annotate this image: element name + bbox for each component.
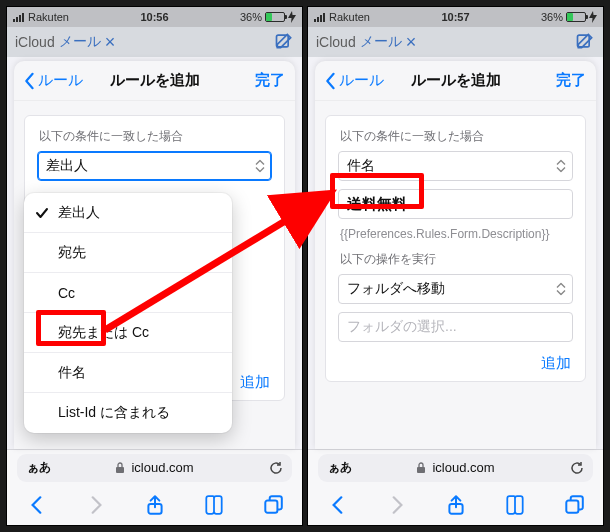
condition-dropdown: 差出人宛先Cc宛先または Cc件名List-Id に含まれる: [24, 193, 232, 433]
dropdown-item[interactable]: 宛先または Cc: [24, 313, 232, 353]
checkmark-icon: [34, 205, 50, 221]
battery-percent: 36%: [541, 11, 563, 23]
svg-rect-7: [566, 501, 578, 513]
bookmarks-icon[interactable]: [504, 494, 526, 516]
charging-icon: [288, 11, 296, 23]
url-field[interactable]: ぁあ icloud.com: [318, 454, 593, 482]
dropdown-item-label: 差出人: [58, 204, 100, 222]
action-select-value: フォルダへ移動: [347, 280, 445, 298]
rule-card: 以下の条件に一致した場合 件名 送料無料 {: [325, 115, 586, 382]
dropdown-item-label: 宛先または Cc: [58, 324, 149, 342]
action-section-label: 以下の操作を実行: [340, 251, 573, 268]
dropdown-item[interactable]: List-Id に含まれる: [24, 393, 232, 433]
rule-sheet: ルール ルールを追加 完了 以下の条件に一致した場合 件名: [315, 61, 596, 449]
chevron-left-icon: [22, 72, 36, 90]
app-title-part1: iCloud: [316, 34, 356, 50]
close-glyph[interactable]: ×: [406, 33, 417, 51]
signal-icon: [314, 13, 325, 22]
sheet-nav: ルール ルールを追加 完了: [315, 61, 596, 101]
add-condition-button[interactable]: 追加: [338, 350, 573, 373]
text-size-button[interactable]: ぁあ: [328, 459, 352, 476]
close-glyph[interactable]: ×: [105, 33, 116, 51]
dropdown-item-label: List-Id に含まれる: [58, 404, 170, 422]
nav-forward-icon: [85, 494, 107, 516]
rule-description: {{Preferences.Rules.Form.Description}}: [340, 227, 571, 241]
text-size-button[interactable]: ぁあ: [27, 459, 51, 476]
dropdown-item[interactable]: 宛先: [24, 233, 232, 273]
folder-select-input[interactable]: フォルダの選択...: [338, 312, 573, 342]
back-button[interactable]: ルール: [22, 61, 83, 100]
stepper-icon: [556, 160, 566, 173]
condition-select[interactable]: 差出人: [37, 151, 272, 181]
tabs-icon[interactable]: [262, 494, 284, 516]
condition-section-label: 以下の条件に一致した場合: [340, 128, 573, 145]
dropdown-item-label: 宛先: [58, 244, 86, 262]
sheet-nav: ルール ルールを追加 完了: [14, 61, 295, 101]
dropdown-item-label: 件名: [58, 364, 86, 382]
condition-section-label: 以下の条件に一致した場合: [39, 128, 272, 145]
lock-icon: [115, 462, 125, 474]
dropdown-item-label: Cc: [58, 285, 75, 301]
compose-icon[interactable]: [575, 31, 595, 54]
back-label: ルール: [339, 71, 384, 90]
condition-value-text: 送料無料: [347, 195, 407, 214]
condition-select-value: 件名: [347, 157, 375, 175]
condition-value-input[interactable]: 送料無料: [338, 189, 573, 219]
nav-forward-icon: [386, 494, 408, 516]
app-title-part2: メール: [360, 33, 402, 51]
condition-select-value: 差出人: [46, 157, 88, 175]
status-bar: Rakuten 10:56 36%: [7, 7, 302, 27]
clock: 10:56: [140, 11, 168, 23]
status-bar: Rakuten 10:57 36%: [308, 7, 603, 27]
nav-back-icon[interactable]: [26, 494, 48, 516]
battery-percent: 36%: [240, 11, 262, 23]
svg-rect-5: [417, 467, 425, 473]
svg-rect-1: [116, 467, 124, 473]
carrier-label: Rakuten: [329, 11, 370, 23]
reload-icon[interactable]: [569, 460, 585, 476]
phone-right: Rakuten 10:57 36% iCloud メール ×: [307, 6, 604, 526]
charging-icon: [589, 11, 597, 23]
back-label: ルール: [38, 71, 83, 90]
mail-header: iCloud メール ×: [308, 27, 603, 57]
done-button[interactable]: 完了: [556, 61, 586, 100]
reload-icon[interactable]: [268, 460, 284, 476]
chevron-left-icon: [323, 72, 337, 90]
back-button[interactable]: ルール: [323, 61, 384, 100]
folder-placeholder: フォルダの選択...: [347, 318, 457, 336]
dropdown-item[interactable]: 差出人: [24, 193, 232, 233]
stepper-icon: [255, 160, 265, 173]
share-icon[interactable]: [445, 494, 467, 516]
url-field[interactable]: ぁあ icloud.com: [17, 454, 292, 482]
share-icon[interactable]: [144, 494, 166, 516]
address-bar: ぁあ icloud.com: [7, 449, 302, 485]
lock-icon: [416, 462, 426, 474]
action-select[interactable]: フォルダへ移動: [338, 274, 573, 304]
phone-left: Rakuten 10:56 36% iCloud メール ×: [6, 6, 303, 526]
sheet-title: ルールを追加: [411, 71, 501, 90]
tabs-icon[interactable]: [563, 494, 585, 516]
app-title-part1: iCloud: [15, 34, 55, 50]
carrier-label: Rakuten: [28, 11, 69, 23]
nav-back-icon[interactable]: [327, 494, 349, 516]
url-domain: icloud.com: [432, 460, 494, 475]
svg-rect-3: [265, 501, 277, 513]
battery-icon: [265, 12, 285, 22]
condition-select[interactable]: 件名: [338, 151, 573, 181]
done-button[interactable]: 完了: [255, 61, 285, 100]
safari-toolbar: [7, 485, 302, 525]
dropdown-item[interactable]: Cc: [24, 273, 232, 313]
bookmarks-icon[interactable]: [203, 494, 225, 516]
url-domain: icloud.com: [131, 460, 193, 475]
rule-sheet: ルール ルールを追加 完了 以下の条件に一致した場合 差出人: [14, 61, 295, 449]
comparison-frame: Rakuten 10:56 36% iCloud メール ×: [0, 0, 610, 532]
sheet-title: ルールを追加: [110, 71, 200, 90]
safari-toolbar: [308, 485, 603, 525]
battery-icon: [566, 12, 586, 22]
compose-icon[interactable]: [274, 31, 294, 54]
signal-icon: [13, 13, 24, 22]
clock: 10:57: [441, 11, 469, 23]
stepper-icon: [556, 283, 566, 296]
dropdown-item[interactable]: 件名: [24, 353, 232, 393]
mail-header: iCloud メール ×: [7, 27, 302, 57]
